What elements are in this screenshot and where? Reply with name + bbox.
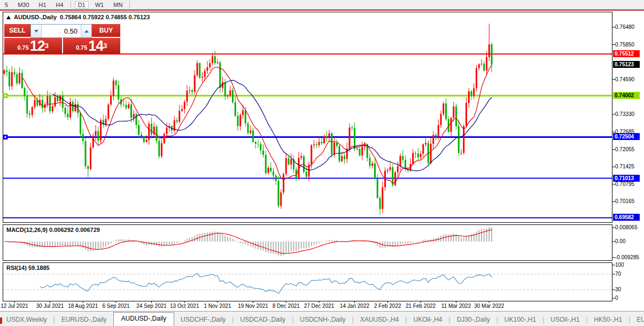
date-tick-label: 11 Mar 2022 (441, 303, 471, 309)
buy-price-point: 3 (103, 38, 107, 54)
rsi-label: RSI(14) 59.1885 (6, 265, 50, 271)
date-tick-label: 30 Mar 2022 (474, 303, 504, 309)
sell-button[interactable]: SELL (4, 24, 30, 38)
rsi-tick-label: 100 (615, 262, 624, 268)
toolbar-accent-line (0, 10, 644, 11)
sell-price-pips: 12 (30, 39, 45, 53)
buy-button[interactable]: BUY (92, 24, 120, 38)
symbol-tab-audusd-daily[interactable]: AUDUSD-,Daily (113, 312, 175, 326)
timeframe-button-mn[interactable]: MN (110, 1, 126, 9)
macd-label: MACD(12,26,9) 0.006292 0.006729 (6, 227, 100, 233)
price-level-badge: 0.75512 (613, 50, 640, 57)
symbol-tab-bar: USDX,Weekly|EURUSD-,DailyAUDUSD-,DailyUS… (0, 311, 644, 326)
macd-tick-label: -0.009285 (615, 254, 639, 260)
buy-price-prefix: 0.75 (76, 42, 87, 53)
timeframe-button-w1[interactable]: W1 (92, 1, 107, 9)
chevron-up-icon (84, 30, 89, 33)
volume-decrease-button[interactable] (31, 25, 42, 37)
symbol-tab-usdcnh-daily[interactable]: USDCNH-,Daily (293, 314, 352, 326)
timeframe-button-m30[interactable]: M30 (14, 1, 32, 9)
date-tick-label: 12 Jul 2021 (1, 303, 28, 309)
rsi-tick-label: 70 (615, 271, 621, 277)
rsi-tick-label: 30 (615, 286, 621, 292)
collapse-triangle-icon[interactable] (6, 15, 11, 19)
price-level-badge: 0.75123 (613, 61, 640, 68)
volume-increase-button[interactable] (81, 25, 91, 37)
timeframe-button-5[interactable]: 5 (2, 1, 11, 9)
date-tick-label: 19 Nov 2021 (238, 303, 268, 309)
date-tick-label: 24 Sep 2021 (136, 303, 167, 309)
chevron-down-icon (34, 30, 38, 33)
rsi-panel[interactable] (3, 262, 612, 301)
price-tick-label: 0.72055 (615, 146, 634, 152)
price-tick-label: 0.70165 (615, 198, 634, 204)
price-level-badge: 0.72504 (613, 133, 640, 140)
toolbar-separator (71, 1, 71, 8)
date-tick-label: 27 Dec 2021 (304, 303, 335, 309)
sell-price-prefix: 0.75 (17, 42, 28, 53)
buy-price-box[interactable]: 0.75 14 3 (63, 38, 121, 53)
symbol-tab-eurusd-daily[interactable]: EURUSD-,Daily (55, 314, 113, 326)
date-tick-label: 18 Aug 2021 (68, 303, 98, 309)
buy-price-pips: 14 (88, 39, 103, 53)
price-level-badge: 0.71013 (613, 175, 640, 182)
macd-tick-label: 0.008065 (615, 224, 638, 230)
sell-price-box[interactable]: 0.75 12 3 (4, 38, 62, 53)
symbol-tab-usdcad-daily[interactable]: USDCAD-,Daily (234, 314, 292, 326)
symbol-tab-usoil-h1[interactable]: USOil-,H1 (544, 314, 586, 326)
symbol-tab-usdchf-daily[interactable]: USDCHF-,Daily (174, 314, 232, 326)
symbol-tab-eu[interactable]: EU (630, 314, 644, 326)
window-corner-marker (0, 317, 2, 324)
symbol-tab-uk100-h1[interactable]: UK100-,H1 (498, 314, 542, 326)
timeframe-button-h1[interactable]: H1 (36, 1, 50, 9)
price-tick-label: 0.76480 (615, 24, 634, 30)
date-tick-label: 8 Dec 2021 (273, 303, 300, 309)
volume-input[interactable]: 0.50 (42, 25, 81, 37)
date-tick-label: 6 Sep 2021 (102, 303, 129, 309)
date-tick-label: 21 Feb 2022 (406, 303, 436, 309)
date-tick-label: 13 Oct 2021 (170, 303, 199, 309)
date-tick-label: 1 Nov 2021 (204, 303, 231, 309)
symbol-tab-dj30-daily[interactable]: DJ30-,Daily (451, 314, 496, 326)
chart-symbol-period: AUDUSD-,Daily (14, 14, 57, 20)
price-tick-label: 0.74590 (615, 76, 634, 82)
date-tick-label: 14 Jan 2022 (340, 303, 369, 309)
timeframe-toolbar: 5M30H1H4D1W1MN (0, 0, 644, 10)
macd-tick-label: 0.00 (615, 238, 625, 244)
price-level-badge: 0.69582 (613, 214, 640, 221)
rsi-tick-label: 0 (615, 295, 618, 301)
price-level-badge: 0.74002 (613, 92, 640, 99)
symbol-tab-ukoil-h4[interactable]: UKOil-,H4 (407, 314, 449, 326)
price-tick-label: 0.73330 (615, 111, 634, 117)
symbol-tab-xauusd-h4[interactable]: XAUUSD-,H4 (354, 314, 406, 326)
price-tick-label: 0.70795 (615, 181, 634, 187)
volume-spinner: 0.50 (30, 24, 92, 38)
date-tick-label: 2 Feb 2022 (374, 303, 401, 309)
timeframe-button-d1[interactable]: D1 (75, 1, 89, 9)
price-tick-label: 0.75850 (615, 42, 634, 48)
price-tick-label: 0.71425 (615, 164, 634, 169)
chart-ohlc-values: 0.75864 0.75922 0.74855 0.75123 (60, 14, 150, 20)
timeframe-button-h4[interactable]: H4 (53, 1, 67, 9)
date-tick-label: 30 Jul 2021 (36, 303, 64, 309)
symbol-tab-usdx-weekly[interactable]: USDX,Weekly (0, 314, 53, 326)
chart-header: AUDUSD-,Daily 0.75864 0.75922 0.74855 0.… (6, 14, 150, 20)
symbol-tab-hk50-h1[interactable]: HK50-,H1 (587, 314, 629, 326)
sell-price-point: 3 (45, 38, 49, 54)
toolbar-separator (129, 1, 130, 8)
one-click-trading-panel: SELL 0.50 BUY 0.75 12 3 0.75 14 3 (4, 24, 120, 53)
